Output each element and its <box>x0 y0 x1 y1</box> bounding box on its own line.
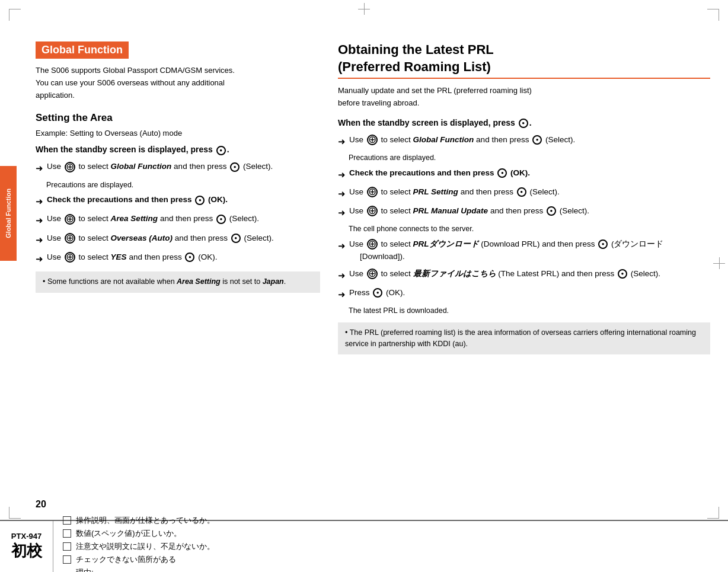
r-nav-5 <box>367 239 378 250</box>
right-step0: When the standby screen is displayed, pr… <box>338 117 710 129</box>
right-step1-sub: Precautions are displayed. <box>349 153 710 164</box>
right-step3: ➜ Use to select PRL Setting and then pre… <box>338 186 710 200</box>
arrow-icon-3: ➜ <box>36 213 43 227</box>
arrow-icon-4: ➜ <box>36 233 43 247</box>
example-text: Example: Setting to Overseas (Auto) mode <box>36 129 320 138</box>
ptx-label: PTX-947 <box>11 532 41 541</box>
check-label-4: チェックできない箇所がある <box>76 554 176 565</box>
left-step2: ➜ Check the precautions and then press ●… <box>36 194 320 208</box>
r-arrow-5: ➜ <box>338 239 346 253</box>
check-label-2: 数値(スペック値)が正しいか。 <box>76 528 181 539</box>
checkbox-1[interactable] <box>63 516 71 525</box>
check-label-5: 理由: <box>76 567 94 572</box>
checkbox-2[interactable] <box>63 529 71 538</box>
r-arrow-1: ➜ <box>338 135 346 148</box>
right-column: Obtaining the Latest PRL (Preferred Roam… <box>338 41 710 513</box>
right-step5: ➜ Use to select PRLダウンロード (Download PRL)… <box>338 238 710 263</box>
r-select-1: ● <box>532 135 542 145</box>
select-btn-4: ● <box>231 234 241 243</box>
r-arrow-2: ➜ <box>338 168 346 181</box>
check-item-1: 操作説明、画面が仕様とあっているか。 <box>63 515 719 526</box>
r-note-bullet: • <box>345 328 347 337</box>
arrow-icon-5: ➜ <box>36 252 43 266</box>
nav-icon-3 <box>65 214 75 225</box>
r-nav-6 <box>367 269 378 279</box>
r-ok-2: ● <box>497 168 507 178</box>
r-arrow-4: ➜ <box>338 206 346 219</box>
right-note-box: • The PRL (preferred roaming list) is th… <box>338 322 710 355</box>
page-number: 20 <box>36 499 46 510</box>
left-step1: ➜ Use to select Global Function and then… <box>36 161 320 175</box>
right-step6: ➜ Use to select 最新ファイルはこちら (The Latest P… <box>338 268 710 282</box>
side-tab: Global Function <box>0 166 17 261</box>
setting-area-header: Setting the Area <box>36 112 320 124</box>
right-step4: ➜ Use to select PRL Manual Update and th… <box>338 205 710 219</box>
check-item-5: 理由: <box>76 567 719 572</box>
main-content: Global Function The S006 supports Global… <box>36 41 710 513</box>
right-center-btn: ● <box>519 119 528 128</box>
global-function-intro: The S006 supports Global Passport CDMA/G… <box>36 65 320 101</box>
check-label-3: 注意文や説明文に誤り、不足がないか。 <box>76 541 215 552</box>
ok-btn-5: ● <box>185 253 194 262</box>
right-step4-sub: The cell phone connects to the server. <box>349 224 710 235</box>
r-nav-3 <box>367 187 378 197</box>
bottom-checklist: 操作説明、画面が仕様とあっているか。 数値(スペック値)が正しいか。 注意文や説… <box>53 521 728 572</box>
right-step2: ➜ Check the precautions and then press ●… <box>338 167 710 181</box>
left-step4: ➜ Use to select Overseas (Auto) and then… <box>36 232 320 247</box>
checkbox-4[interactable] <box>63 555 71 564</box>
nav-icon-5 <box>65 252 75 263</box>
left-column: Global Function The S006 supports Global… <box>36 41 320 513</box>
right-step1: ➜ Use to select Global Function and then… <box>338 134 710 148</box>
right-step7-sub: The latest PRL is downloaded. <box>349 306 710 317</box>
r-arrow-7: ➜ <box>338 287 346 301</box>
left-step0: When the standby screen is displayed, pr… <box>36 143 320 156</box>
check-item-3: 注意文や説明文に誤り、不足がないか。 <box>63 541 719 552</box>
left-step5: ➜ Use to select YES and then press ● (OK… <box>36 251 320 266</box>
r-ok-7: ● <box>373 288 382 298</box>
note-bullet: • <box>43 277 45 286</box>
right-intro: Manually update and set the PRL (preferr… <box>338 85 710 110</box>
left-step3: ➜ Use to select Area Setting and then pr… <box>36 213 320 227</box>
corner-mark-tl <box>9 9 21 21</box>
bottom-label: PTX-947 初校 <box>0 521 53 572</box>
global-function-header: Global Function <box>36 41 129 59</box>
select-button-icon: ● <box>230 162 240 172</box>
side-tab-label: Global Function <box>5 188 12 238</box>
r-select-3: ● <box>517 187 526 197</box>
checkbox-3[interactable] <box>63 542 71 551</box>
r-select-4: ● <box>547 206 556 216</box>
center-button-icon: ● <box>216 146 226 155</box>
bottom-bar: PTX-947 初校 操作説明、画面が仕様とあっているか。 数値(スペック値)が… <box>0 520 728 572</box>
r-nav-1 <box>367 135 378 145</box>
r-arrow-3: ➜ <box>338 187 346 200</box>
arrow-icon-2: ➜ <box>36 194 43 208</box>
select-btn-3: ● <box>216 215 226 224</box>
corner-mark-bl <box>9 507 21 519</box>
r-arrow-6: ➜ <box>338 269 346 282</box>
nav-up-icon <box>65 162 75 172</box>
r-dl-btn: ● <box>598 239 608 249</box>
nav-icon-4 <box>65 233 75 244</box>
center-cross-top <box>358 3 370 15</box>
prl-header: Obtaining the Latest PRL (Preferred Roam… <box>338 41 710 79</box>
check-item-4: チェックできない箇所がある <box>63 554 719 565</box>
arrow-icon: ➜ <box>36 161 43 175</box>
left-step1-sub: Precautions are displayed. <box>46 180 320 191</box>
r-nav-4 <box>367 206 378 216</box>
check-item-2: 数値(スペック値)が正しいか。 <box>63 528 719 539</box>
center-cross-right <box>713 257 725 269</box>
kanji-label: 初校 <box>11 541 42 561</box>
right-step7: ➜ Press ● (OK). <box>338 287 710 301</box>
corner-mark-tr <box>707 9 719 21</box>
ok-button-icon: ● <box>195 196 205 205</box>
check-label-1: 操作説明、画面が仕様とあっているか。 <box>76 515 215 526</box>
r-select-6: ● <box>618 269 627 279</box>
left-note-box: • Some functions are not available when … <box>36 271 320 292</box>
